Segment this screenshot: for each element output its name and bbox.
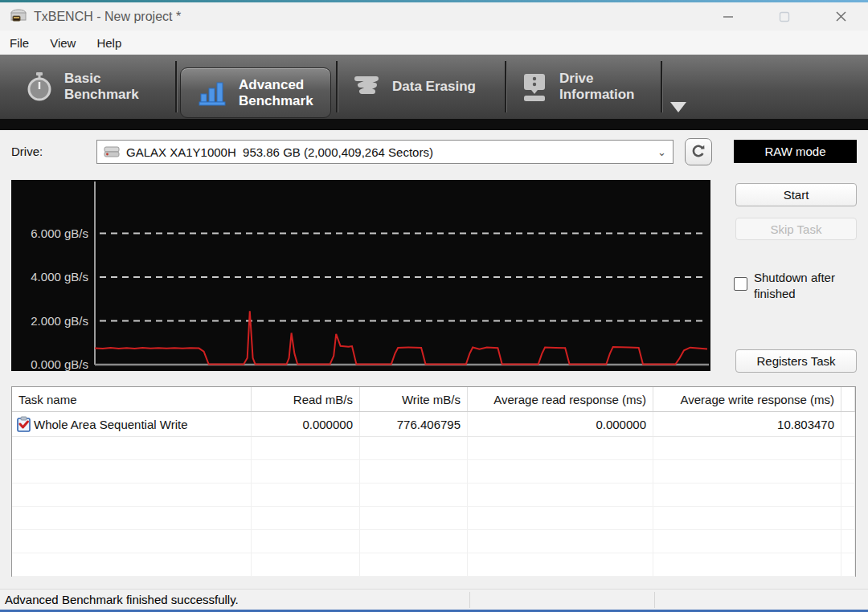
shutdown-checkbox-label: Shutdown after finished <box>754 270 854 301</box>
empty-cell <box>841 460 855 483</box>
table-empty-row[interactable] <box>12 507 855 530</box>
column-header-write[interactable]: Write mB/s <box>360 387 468 411</box>
empty-cell <box>468 530 653 553</box>
status-message: Advanced Benchmark finished successfully… <box>0 593 469 606</box>
task-write-value: 776.406795 <box>360 412 468 436</box>
status-pane <box>655 590 868 610</box>
empty-cell <box>12 437 252 459</box>
bar-chart-icon <box>199 80 227 107</box>
empty-cell <box>12 530 252 553</box>
maximize-icon <box>779 11 790 22</box>
empty-cell <box>468 553 653 576</box>
empty-cell <box>841 553 855 576</box>
registers-task-label: Registers Task <box>756 354 835 368</box>
stopwatch-icon <box>26 71 53 103</box>
maximize-button[interactable] <box>766 2 803 31</box>
task-read-value: 0.000000 <box>252 412 360 436</box>
table-empty-row[interactable] <box>12 460 855 483</box>
table-empty-area <box>12 437 855 577</box>
chart-ytick-label: 2.000 gB/s <box>13 314 88 328</box>
empty-cell <box>653 483 841 506</box>
empty-cell <box>653 437 841 459</box>
raw-mode-label: RAW mode <box>764 145 825 158</box>
table-empty-row[interactable] <box>12 530 855 553</box>
drive-select[interactable]: GALAX XA1Y1000H 953.86 GB (2,000,409,264… <box>96 140 674 164</box>
throughput-chart: 6.000 gB/s4.000 gB/s2.000 gB/s0.000 gB/s <box>11 180 710 371</box>
empty-cell <box>252 483 360 506</box>
empty-cell <box>12 483 252 506</box>
empty-cell <box>12 460 252 483</box>
refresh-drives-button[interactable] <box>685 138 712 165</box>
task-table: Task name Read mB/s Write mB/s Average r… <box>11 386 856 577</box>
chevron-down-icon: ⌄ <box>657 146 666 158</box>
tab-drive-information[interactable]: Drive Information <box>521 55 635 119</box>
empty-cell <box>252 437 360 459</box>
tab-label-line1: Basic <box>64 71 139 87</box>
empty-cell <box>468 437 653 459</box>
minimize-button[interactable] <box>710 2 747 31</box>
empty-cell <box>12 507 252 529</box>
tab-overflow-caret-icon[interactable] <box>670 102 686 112</box>
drive-label: Drive: <box>11 145 43 158</box>
table-row[interactable]: Whole Area Sequential Write 0.000000 776… <box>12 412 855 437</box>
empty-cell <box>360 483 468 506</box>
registers-task-button[interactable]: Registers Task <box>735 349 857 373</box>
empty-cell <box>468 483 653 506</box>
menu-file[interactable]: File <box>10 36 29 50</box>
drive-info-icon <box>521 71 548 103</box>
empty-cell <box>360 530 468 553</box>
column-header-avg-write[interactable]: Average write response (ms) <box>653 387 841 411</box>
empty-cell <box>360 553 468 576</box>
empty-cell <box>252 460 360 483</box>
empty-cell <box>468 460 653 483</box>
tab-separator <box>661 61 662 112</box>
column-header-read[interactable]: Read mB/s <box>252 387 360 411</box>
table-empty-row[interactable] <box>12 553 855 577</box>
empty-cell <box>653 553 841 576</box>
tab-data-erasing[interactable]: Data Erasing <box>354 55 476 119</box>
raw-mode-button[interactable]: RAW mode <box>734 140 857 163</box>
menu-view[interactable]: View <box>50 36 76 50</box>
skip-task-button[interactable]: Skip Task <box>735 218 857 240</box>
row-spacer <box>841 412 855 436</box>
start-button[interactable]: Start <box>735 183 857 206</box>
tab-separator <box>336 61 338 112</box>
tab-advanced-benchmark[interactable]: Advanced Benchmark <box>180 67 331 118</box>
tab-label-line1: Data Erasing <box>392 79 476 95</box>
clipboard-check-icon <box>17 416 31 432</box>
chart-canvas <box>11 180 710 371</box>
shutdown-checkbox[interactable] <box>734 277 747 291</box>
status-pane <box>470 590 654 610</box>
empty-cell <box>653 530 841 553</box>
drive-selected-value: GALAX XA1Y1000H 953.86 GB (2,000,409,264… <box>126 145 651 159</box>
empty-cell <box>468 507 653 529</box>
task-avg-write-value: 10.803470 <box>653 412 841 436</box>
empty-cell <box>252 530 360 553</box>
tab-basic-benchmark[interactable]: Basic Benchmark <box>26 55 139 119</box>
minimize-icon <box>723 11 734 22</box>
empty-cell <box>841 507 855 529</box>
menu-help[interactable]: Help <box>96 36 121 50</box>
close-button[interactable] <box>822 2 859 31</box>
task-avg-read-value: 0.000000 <box>468 412 653 436</box>
task-name: Whole Area Sequential Write <box>34 418 188 431</box>
column-header-task-name[interactable]: Task name <box>12 387 252 411</box>
table-empty-row[interactable] <box>12 437 855 460</box>
table-empty-row[interactable] <box>12 483 855 507</box>
chart-ytick-label: 4.000 gB/s <box>13 270 88 284</box>
empty-cell <box>252 507 360 529</box>
tab-separator <box>505 61 506 112</box>
empty-cell <box>360 460 468 483</box>
close-icon <box>835 10 847 22</box>
empty-cell <box>841 437 855 459</box>
empty-cell <box>360 437 468 459</box>
chart-ytick-label: 6.000 gB/s <box>13 226 88 240</box>
tab-label-line1: Drive <box>559 71 635 87</box>
column-header-avg-read[interactable]: Average read response (ms) <box>468 387 653 411</box>
table-header-row: Task name Read mB/s Write mB/s Average r… <box>12 387 855 412</box>
status-bar: Advanced Benchmark finished successfully… <box>0 589 868 610</box>
tab-label-line2: Information <box>559 87 635 103</box>
empty-cell <box>653 460 841 483</box>
column-header-spacer <box>841 387 855 411</box>
skip-task-label: Skip Task <box>771 222 822 236</box>
